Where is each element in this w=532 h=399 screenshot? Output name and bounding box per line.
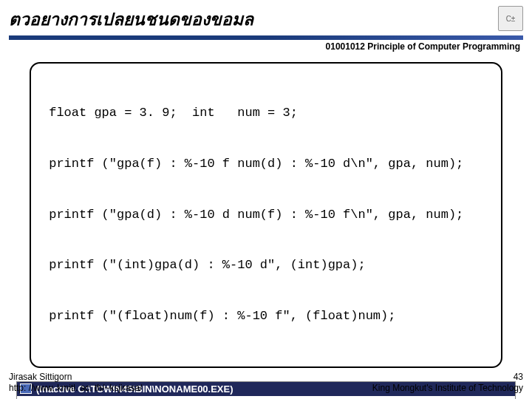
code-line: printf ("(int)gpa(d) : %-10 d", (int)gpa…	[41, 257, 491, 274]
code-line: printf ("gpa(d) : %-10 d num(f) : %-10 f…	[41, 207, 491, 224]
page-number: 43	[372, 372, 523, 383]
code-line: printf ("(float)num(f) : %-10 f", (float…	[41, 308, 491, 325]
slide-title: ตวอยางการเปลยนชนดของขอมล	[9, 6, 253, 33]
footer-right: 43 King Mongkut's Institute of Technolog…	[372, 372, 523, 395]
slide: ตวอยางการเปลยนชนดของขอมล C± 01001012 Pri…	[0, 0, 532, 399]
author-url: http: //www. kmitl. ac. th/~ksjirasa/	[9, 383, 142, 395]
footer-left: Jirasak Sittigorn http: //www. kmitl. ac…	[9, 372, 142, 395]
code-line: printf ("gpa(f) : %-10 f num(d) : %-10 d…	[41, 156, 491, 173]
output-body: gpa(f) : 3. 900000 num(d) : 3 gpa(d) : 0…	[17, 396, 515, 399]
code-block: float gpa = 3. 9; int num = 3; printf ("…	[30, 62, 502, 368]
divider	[9, 35, 523, 40]
institute: King Mongkut's Institute of Technology	[372, 383, 523, 395]
logo-icon: C±	[498, 6, 523, 31]
author-name: Jirasak Sittigorn	[9, 372, 142, 383]
footer: Jirasak Sittigorn http: //www. kmitl. ac…	[9, 372, 523, 395]
code-line: float gpa = 3. 9; int num = 3;	[41, 105, 491, 122]
header: ตวอยางการเปลยนชนดของขอมล C±	[9, 6, 523, 33]
course-code: 01001012 Principle of Computer Programmi…	[9, 41, 523, 52]
